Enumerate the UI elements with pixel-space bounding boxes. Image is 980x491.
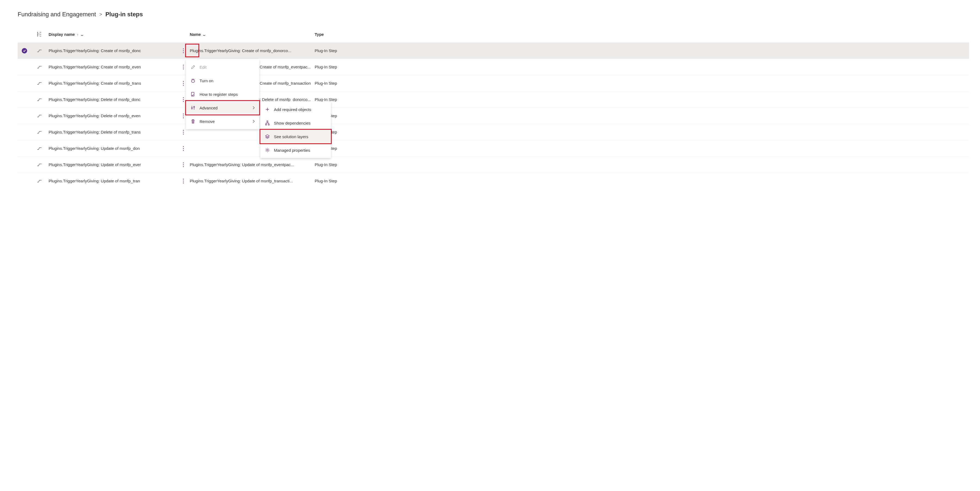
menu-item-remove[interactable]: Remove	[186, 114, 259, 128]
cell-display-name: Plugins.TriggerYearlyGiving: Delete of m…	[48, 130, 178, 134]
submenu-item-managed-properties[interactable]: Managed properties	[260, 143, 331, 157]
row-select[interactable]	[18, 48, 31, 54]
svg-point-11	[183, 85, 183, 86]
svg-rect-2	[37, 36, 38, 37]
svg-point-19	[183, 132, 183, 132]
menu-item-how-to-register[interactable]: How to register steps	[186, 87, 259, 101]
edit-icon	[190, 65, 196, 70]
svg-point-21	[183, 146, 183, 147]
row-expand[interactable]	[31, 81, 48, 86]
dependencies-icon	[265, 121, 270, 126]
breadcrumb-current: Plug-in steps	[105, 11, 143, 18]
table-row[interactable]: Plugins.TriggerYearlyGiving: Update of m…	[18, 140, 969, 156]
table-row[interactable]: Plugins.TriggerYearlyGiving: Create of m…	[18, 75, 969, 91]
cell-type: Plug-In Step	[313, 48, 368, 53]
step-icon	[37, 65, 42, 70]
row-expand[interactable]	[31, 146, 48, 151]
doc-check-icon	[190, 92, 196, 97]
cell-type: Plug-In Step	[313, 65, 368, 69]
column-header-type[interactable]: Type	[313, 32, 368, 37]
breadcrumb-separator: >	[99, 12, 102, 17]
row-expand[interactable]	[31, 48, 48, 53]
column-header-name[interactable]: Name ⌄	[189, 32, 313, 37]
list-tree-icon	[37, 32, 42, 37]
table-row[interactable]: Plugins.TriggerYearlyGiving: Delete of m…	[18, 91, 969, 108]
more-actions-button[interactable]	[180, 46, 187, 56]
svg-rect-34	[266, 124, 267, 125]
grid-header: Display name ↑ ⌄ Name ⌄ Type	[18, 26, 969, 42]
sort-ascending-icon: ↑	[77, 33, 79, 37]
row-expand[interactable]	[31, 179, 48, 183]
step-icon	[37, 130, 42, 135]
gear-icon	[265, 148, 270, 153]
cell-display-name: Plugins.TriggerYearlyGiving: Update of m…	[48, 179, 178, 183]
row-expand[interactable]	[31, 113, 48, 118]
svg-point-17	[183, 117, 183, 118]
more-actions-button[interactable]	[180, 176, 187, 186]
submenu-item-see-solution-layers[interactable]: See solution layers	[260, 130, 331, 143]
svg-point-28	[183, 181, 183, 181]
svg-point-14	[183, 101, 183, 102]
cell-name: Plugins.TriggerYearlyGiving: Update of m…	[189, 162, 313, 167]
table-row[interactable]: Plugins.TriggerYearlyGiving: Update of m…	[18, 173, 969, 189]
svg-point-24	[183, 162, 183, 163]
row-expand[interactable]	[31, 97, 48, 102]
step-icon	[37, 81, 42, 86]
table-row[interactable]: Plugins.TriggerYearlyGiving: Delete of m…	[18, 124, 969, 140]
cell-name: Plugins.TriggerYearlyGiving: Create of m…	[189, 48, 313, 53]
menu-item-label: How to register steps	[199, 92, 238, 97]
cell-type: Plug-In Step	[313, 81, 368, 86]
row-expand[interactable]	[31, 130, 48, 135]
breadcrumb-parent[interactable]: Fundraising and Engagement	[18, 11, 96, 18]
cell-display-name: Plugins.TriggerYearlyGiving: Update of m…	[48, 146, 178, 151]
expand-column-header[interactable]	[31, 32, 48, 37]
chevron-down-icon: ⌄	[80, 33, 84, 37]
row-expand[interactable]	[31, 162, 48, 167]
step-icon	[37, 48, 42, 53]
svg-point-25	[183, 164, 183, 165]
tools-icon	[190, 105, 196, 110]
svg-rect-35	[268, 124, 269, 125]
column-header-display-name[interactable]: Display name ↑ ⌄	[48, 32, 178, 37]
cell-type: Plug-In Step	[313, 162, 368, 167]
svg-point-23	[183, 150, 183, 151]
vertical-dots-icon	[183, 146, 184, 151]
svg-point-36	[267, 149, 268, 151]
submenu-item-show-dependencies[interactable]: Show dependencies	[260, 116, 331, 130]
chevron-right-icon	[252, 120, 255, 123]
row-expand[interactable]	[31, 65, 48, 70]
menu-item-advanced[interactable]: Advanced	[186, 101, 259, 114]
svg-point-10	[183, 83, 183, 84]
svg-rect-33	[267, 121, 268, 122]
plus-icon	[265, 107, 270, 112]
svg-point-27	[183, 179, 183, 180]
step-icon	[37, 113, 42, 118]
svg-point-7	[183, 67, 183, 67]
cell-type: Plug-In Step	[313, 97, 368, 102]
svg-point-15	[183, 113, 183, 114]
table-row[interactable]: Plugins.TriggerYearlyGiving: Update of m…	[18, 156, 969, 173]
svg-point-5	[183, 52, 183, 53]
svg-point-18	[183, 130, 183, 130]
step-icon	[37, 146, 42, 151]
trash-icon	[190, 119, 196, 124]
table-row[interactable]: Plugins.TriggerYearlyGiving: Create of m…	[18, 59, 969, 75]
menu-item-label: Add required objects	[274, 107, 311, 112]
table-row[interactable]: Plugins.TriggerYearlyGiving: Create of m…	[18, 42, 969, 59]
menu-item-label: See solution layers	[274, 134, 309, 139]
more-actions-button[interactable]	[180, 160, 187, 170]
cell-display-name: Plugins.TriggerYearlyGiving: Create of m…	[48, 65, 178, 69]
menu-item-edit: Edit	[186, 60, 259, 74]
vertical-dots-icon	[183, 64, 184, 70]
more-actions-button[interactable]	[180, 144, 187, 153]
cell-display-name: Plugins.TriggerYearlyGiving: Delete of m…	[48, 97, 178, 102]
submenu-item-add-required[interactable]: Add required objects	[260, 103, 331, 116]
layers-icon	[265, 134, 270, 139]
cell-name: Plugins.TriggerYearlyGiving: Update of m…	[189, 179, 313, 183]
cell-display-name: Plugins.TriggerYearlyGiving: Update of m…	[48, 162, 178, 167]
table-row[interactable]: Plugins.TriggerYearlyGiving: Delete of m…	[18, 108, 969, 124]
menu-item-label: Show dependencies	[274, 121, 310, 126]
menu-item-label: Managed properties	[274, 148, 310, 153]
menu-item-turn-on[interactable]: Turn on	[186, 74, 259, 87]
vertical-dots-icon	[183, 113, 184, 119]
